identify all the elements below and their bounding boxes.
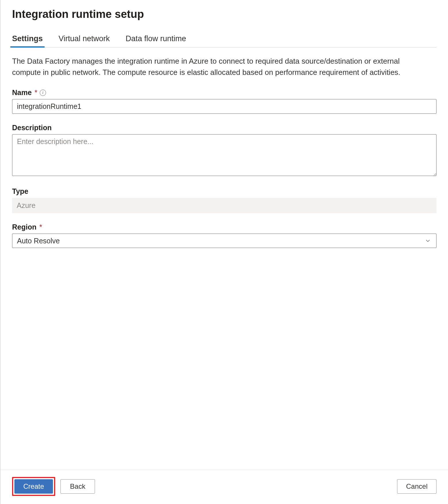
field-region-label-row: Region * bbox=[12, 223, 436, 231]
field-type-label: Type bbox=[12, 187, 28, 196]
required-indicator: * bbox=[39, 223, 42, 231]
field-region: Region * Auto Resolve bbox=[12, 223, 436, 248]
name-input[interactable] bbox=[12, 99, 436, 114]
required-indicator: * bbox=[35, 88, 37, 97]
create-button-highlight: Create bbox=[12, 477, 55, 496]
panel-content: Integration runtime setup Settings Virtu… bbox=[1, 0, 448, 470]
field-type-label-row: Type bbox=[12, 187, 436, 196]
tab-data-flow-runtime[interactable]: Data flow runtime bbox=[126, 32, 186, 47]
integration-runtime-setup-panel: Integration runtime setup Settings Virtu… bbox=[0, 0, 448, 504]
field-description-label-row: Description bbox=[12, 124, 436, 132]
tab-settings[interactable]: Settings bbox=[12, 32, 43, 47]
field-description: Description bbox=[12, 124, 436, 177]
tab-virtual-network[interactable]: Virtual network bbox=[59, 32, 110, 47]
field-name-label: Name bbox=[12, 88, 32, 97]
field-description-label: Description bbox=[12, 124, 52, 132]
region-select[interactable]: Auto Resolve bbox=[12, 234, 436, 248]
cancel-button[interactable]: Cancel bbox=[397, 479, 436, 494]
field-name: Name * i bbox=[12, 88, 436, 114]
panel-footer: Create Back Cancel bbox=[1, 470, 448, 504]
field-name-label-row: Name * i bbox=[12, 88, 436, 97]
tab-description-text: The Data Factory manages the integration… bbox=[12, 56, 415, 78]
description-textarea[interactable] bbox=[12, 134, 436, 176]
back-button[interactable]: Back bbox=[60, 479, 95, 494]
type-readonly-value: Azure bbox=[12, 198, 436, 213]
tab-bar: Settings Virtual network Data flow runti… bbox=[12, 32, 436, 48]
info-icon[interactable]: i bbox=[40, 90, 46, 96]
region-select-wrap: Auto Resolve bbox=[12, 234, 436, 248]
field-region-label: Region bbox=[12, 223, 37, 231]
page-title: Integration runtime setup bbox=[12, 8, 436, 20]
field-type: Type Azure bbox=[12, 187, 436, 213]
create-button[interactable]: Create bbox=[14, 479, 53, 494]
